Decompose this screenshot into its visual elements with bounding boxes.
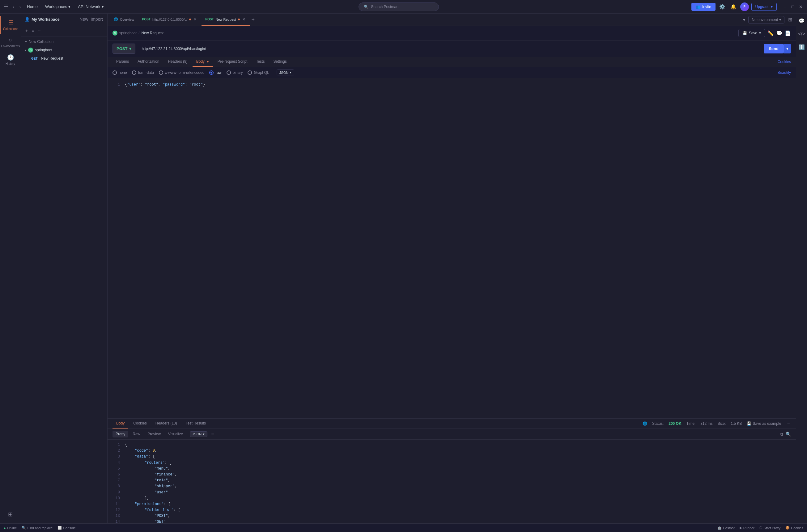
filter-icon[interactable]: ≡ [211,431,214,437]
avatar[interactable]: P [740,2,749,11]
more-options-button[interactable]: ··· [37,27,42,34]
titlebar-left: ☰ ‹ › Home Workspaces ▾ API Network ▾ [2,2,106,11]
more-options-button[interactable]: ··· [786,420,791,426]
chevron-down-icon: ▾ [129,46,131,51]
status-label: Status: [652,421,663,426]
settings-button[interactable]: ⚙️ [718,2,727,11]
req-tab-settings[interactable]: Settings [269,57,290,67]
tab-new-request[interactable]: POST New Request ✕ [202,14,249,26]
req-tab-tests[interactable]: Tests [252,57,268,67]
resp-line-14: 14 "GET" [113,519,791,524]
right-info-button[interactable]: ℹ️ [797,42,807,52]
view-tab-preview[interactable]: Preview [144,431,164,437]
import-button[interactable]: Import [90,16,104,22]
resp-line-6: 6 "finance", [113,472,791,478]
document-button[interactable]: 📄 [785,29,791,37]
invite-button[interactable]: 👥 Invite [691,3,715,11]
tabs-bar: 🌐 Overview POST http://127.0.0.1:8000/o/… [108,14,796,26]
sidebar-item-collections[interactable]: ☰ Collections [0,16,21,34]
new-button[interactable]: New [79,16,89,22]
tab-overview[interactable]: 🌐 Overview [110,14,138,26]
tab-close-active-button[interactable]: ✕ [242,17,246,22]
sidebar-item-apps[interactable]: ⊞ [0,508,21,521]
json-format-select[interactable]: JSON ▾ [277,70,294,75]
radio-urlencoded[interactable]: x-www-form-urlencoded [159,71,204,75]
req-tab-body[interactable]: Body ● [192,57,213,67]
edit-button[interactable]: ✏️ [767,29,774,37]
view-tab-raw[interactable]: Raw [130,431,143,437]
save-example-button[interactable]: 💾 Save as example [747,421,781,426]
window-controls: ─ □ ✕ [782,4,805,10]
console-item[interactable]: ⬜ Console [57,526,75,530]
method-select[interactable]: POST ▾ [113,43,135,54]
body-types: none form-data x-www-form-urlencoded raw… [108,67,796,78]
tab-close-button[interactable]: ✕ [193,17,197,22]
code-editor[interactable]: 1 {"user": "root", "password": "root"} [108,78,796,418]
main-layout: ☰ Collections ○ Environments 🕐 History ⊞… [0,14,807,524]
radio-raw[interactable]: raw [209,71,221,75]
notifications-button[interactable]: 🔔 [729,2,738,11]
radio-form-data[interactable]: form-data [132,71,154,75]
find-replace-item[interactable]: 🔍 Find and replace [22,526,53,530]
send-button[interactable]: Send [764,44,784,54]
right-code-button[interactable]: </> [796,30,807,39]
add-tab-button[interactable]: + [250,16,256,23]
resp-tab-test-results[interactable]: Test Results [182,419,209,429]
cookies-button[interactable]: Cookies [777,60,791,64]
comment-button[interactable]: 💬 [776,29,782,37]
hamburger-button[interactable]: ☰ [2,2,9,11]
api-network-button[interactable]: API Network ▾ [75,3,106,10]
back-button[interactable]: ‹ [12,3,16,11]
save-button[interactable]: 💾 Save ▾ [738,29,765,37]
runner-icon: ▶ [739,526,742,530]
upgrade-button[interactable]: Upgrade ▾ [751,3,777,11]
home-link[interactable]: Home [24,3,40,10]
response-section: Body Cookies Headers (13) Test Results 🌐… [108,418,796,524]
postbot-item[interactable]: 🤖 Postbot [717,526,734,530]
radio-graphql[interactable]: GraphQL [248,71,269,75]
tab-post-http[interactable]: POST http://127.0.0.1:8000/o/ ✕ [138,14,201,26]
view-tab-visualize[interactable]: Visualize [165,431,186,437]
cookies-item[interactable]: 🍪 Cookies [785,526,803,530]
tree-item-new-request[interactable]: GET New Request [21,54,107,62]
sidebar-item-history[interactable]: 🕐 History [0,51,21,69]
resp-tab-cookies[interactable]: Cookies [130,419,150,429]
add-collection-button[interactable]: + [25,27,29,34]
viewer-button[interactable]: ⊞ [787,16,793,24]
globe-icon: 🌐 [642,421,647,426]
start-proxy-item[interactable]: ⬡ Start Proxy [759,526,781,530]
req-tab-params[interactable]: Params [113,57,133,67]
copy-button[interactable]: ⧉ [780,432,783,437]
environment-select[interactable]: No environment ▾ [748,16,785,23]
tree-item-springboot[interactable]: ▾ S springboot [21,46,107,54]
radio-binary[interactable]: binary [227,71,243,75]
workspaces-button[interactable]: Workspaces ▾ [43,3,73,10]
breadcrumb: S springboot / New Request [113,31,736,36]
online-status: ● Online [4,526,17,530]
right-comment-button[interactable]: 💬 [797,16,807,26]
radio-none[interactable]: none [113,71,127,75]
maximize-button[interactable]: □ [790,4,796,10]
view-tab-pretty[interactable]: Pretty [113,431,128,437]
search-response-button[interactable]: 🔍 [786,432,791,437]
req-tab-headers[interactable]: Headers (8) [164,57,191,67]
search-bar[interactable]: 🔍 Search Postman [358,2,439,11]
url-input[interactable] [138,44,761,54]
beautify-button[interactable]: Beautify [777,71,791,75]
resp-tab-body[interactable]: Body [113,419,128,429]
runner-item[interactable]: ▶ Runner [739,526,754,530]
breadcrumb-collection[interactable]: springboot [119,31,137,35]
new-collection-item[interactable]: + New Collection [21,38,107,46]
close-button[interactable]: ✕ [797,4,805,10]
sidebar-item-environments[interactable]: ○ Environments [0,34,21,51]
forward-button[interactable]: › [18,3,22,11]
resp-tab-headers[interactable]: Headers (13) [152,419,181,429]
response-format-select[interactable]: JSON ▾ [190,431,207,437]
springboot-icon: S [28,48,33,53]
req-tab-authorization[interactable]: Authorization [134,57,163,67]
filter-button[interactable]: ≡ [31,27,35,34]
send-dropdown-button[interactable]: ▾ [784,44,791,54]
tabs-chevron-button[interactable]: ▾ [743,17,746,23]
req-tab-pre-request[interactable]: Pre-request Script [214,57,251,67]
minimize-button[interactable]: ─ [782,4,788,10]
